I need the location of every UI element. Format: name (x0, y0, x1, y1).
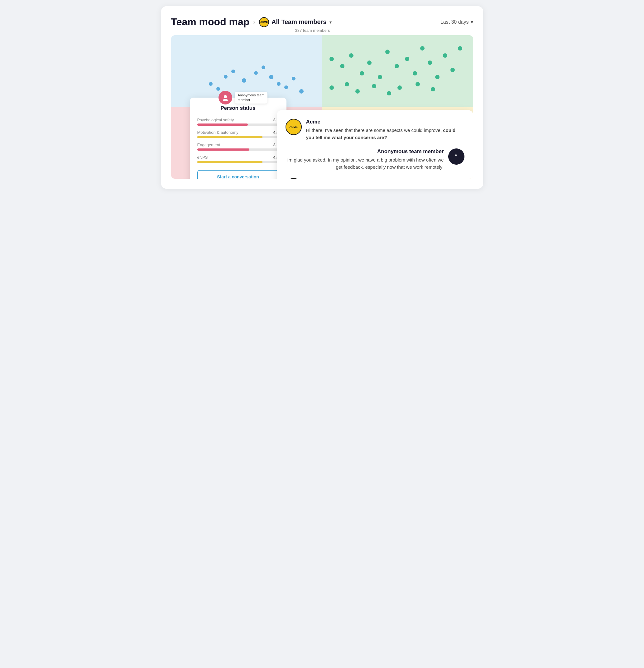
breadcrumb-chevron: › (253, 18, 255, 26)
dot[interactable] (413, 71, 417, 75)
date-range-label: Last 30 days (441, 19, 469, 25)
dot[interactable] (450, 68, 455, 72)
metric-row-1: Motivation & autonomy 4.0 (197, 130, 279, 138)
card-title: Person status (197, 105, 279, 111)
dot[interactable] (385, 49, 390, 54)
anon-name-tag: Anonymous team member (235, 92, 268, 104)
dot[interactable] (428, 61, 432, 65)
progress-fill-0 (197, 123, 248, 126)
dot[interactable] (269, 75, 273, 79)
message-text-0: Hi there, I've seen that there are some … (306, 127, 464, 141)
message-sender-2: Acme (306, 178, 464, 179)
dot[interactable] (360, 71, 364, 75)
message-content-2: Acme I agree 100%! We are working on imp… (306, 178, 464, 179)
dot[interactable] (387, 91, 391, 95)
dot[interactable] (209, 82, 213, 86)
anon-message-text: I'm glad you asked. In my opinion, we ha… (286, 156, 444, 171)
dot[interactable] (345, 82, 349, 86)
anon-message-content: Anonymous team member I'm glad you asked… (286, 149, 444, 171)
metric-row-3: eNPS 4.0 (197, 155, 279, 163)
dot[interactable] (299, 89, 304, 94)
mood-map: Anonymous team member Person status Psyc… (171, 35, 473, 179)
quadrant-top-right (322, 35, 473, 107)
main-container: Team mood map › ACME All Team members ▾ … (161, 6, 483, 189)
progress-bg-2 (197, 149, 279, 151)
acme-avatar-2: ACME (286, 178, 302, 179)
anon-avatar-bubble: “ (448, 149, 464, 165)
progress-fill-1 (197, 136, 263, 138)
date-range[interactable]: Last 30 days ▾ (441, 19, 473, 25)
dot[interactable] (443, 53, 447, 58)
acme-logo: ACME (259, 17, 269, 27)
dot[interactable] (254, 71, 258, 75)
team-badge[interactable]: ACME All Team members ▾ (259, 17, 332, 27)
message-row-0: ACME Acme Hi there, I've seen that there… (286, 119, 464, 141)
message-row-2: ACME Acme I agree 100%! We are working o… (286, 178, 464, 179)
header: Team mood map › ACME All Team members ▾ … (171, 16, 473, 28)
page-title: Team mood map (171, 16, 250, 28)
progress-bg-0 (197, 123, 279, 126)
svg-point-1 (223, 99, 228, 101)
message-content-0: Acme Hi there, I've seen that there are … (306, 119, 464, 141)
progress-bg-3 (197, 161, 279, 163)
header-left: Team mood map › ACME All Team members ▾ … (171, 16, 332, 28)
metric-row-2: Engagement 3.2 (197, 142, 279, 151)
anon-avatar-map (218, 91, 232, 105)
dot[interactable] (224, 75, 228, 79)
dot[interactable] (349, 53, 353, 58)
team-dropdown-arrow[interactable]: ▾ (329, 20, 332, 25)
dot[interactable] (242, 78, 246, 82)
message-sender-0: Acme (306, 119, 464, 125)
dot[interactable] (355, 89, 360, 94)
dot[interactable] (367, 61, 371, 65)
dot[interactable] (415, 82, 420, 86)
acme-avatar-0: ACME (286, 119, 302, 135)
dot[interactable] (420, 46, 425, 50)
dot[interactable] (378, 75, 382, 79)
metric-label-2: Engagement (197, 142, 220, 147)
dot[interactable] (329, 57, 334, 61)
metric-label-0: Psychological safety (197, 118, 234, 122)
start-conversation-button[interactable]: Start a conversation (197, 170, 279, 179)
conversation-panel: ACME Acme Hi there, I've seen that there… (277, 110, 473, 179)
date-range-arrow: ▾ (471, 19, 473, 25)
progress-bg-1 (197, 136, 279, 138)
dot[interactable] (262, 65, 265, 69)
dot[interactable] (292, 77, 295, 80)
dot[interactable] (405, 57, 409, 61)
team-count: 387 team members (295, 28, 330, 33)
anonymous-member-label: Anonymous team member (218, 91, 268, 105)
dot[interactable] (329, 86, 334, 90)
team-name: All Team members (272, 18, 326, 26)
dot[interactable] (284, 86, 288, 89)
dot[interactable] (216, 87, 220, 91)
progress-fill-2 (197, 149, 250, 151)
progress-fill-3 (197, 161, 263, 163)
dot[interactable] (277, 82, 280, 86)
dot[interactable] (458, 46, 462, 50)
metric-label-3: eNPS (197, 155, 208, 160)
svg-point-0 (224, 95, 227, 98)
metric-row-0: Psychological safety 3.1 (197, 118, 279, 126)
quote-icon: “ (455, 153, 457, 160)
person-status-card: Person status Psychological safety 3.1 M… (190, 97, 287, 179)
dot[interactable] (395, 64, 399, 68)
dot[interactable] (435, 75, 440, 79)
dot[interactable] (372, 84, 376, 88)
dot[interactable] (231, 70, 235, 73)
dot[interactable] (431, 87, 435, 91)
anon-sender: Anonymous team member (286, 149, 444, 155)
dot[interactable] (397, 86, 402, 90)
dot[interactable] (340, 64, 344, 68)
metric-label-1: Motivation & autonomy (197, 130, 239, 135)
message-row-1: Anonymous team member I'm glad you asked… (286, 149, 464, 171)
